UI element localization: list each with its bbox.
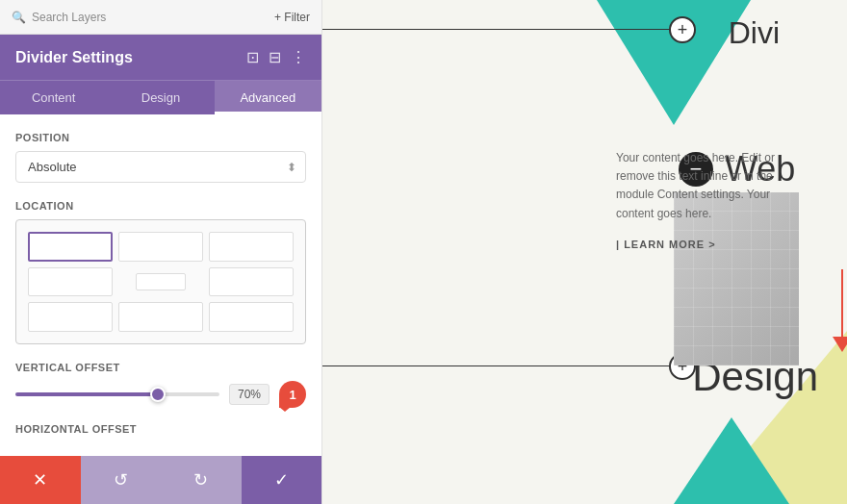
search-layers-area: 🔍 Search Layers — [12, 11, 106, 24]
vertical-offset-section: Vertical Offset 70% 1 — [15, 362, 306, 408]
panel-header-actions: ⊡ ⊟ ⋮ — [246, 48, 306, 66]
divi-canvas: + Divi + Design − Web Your content goes … — [322, 0, 847, 504]
content-text-area: Your content goes here. Edit or remove t… — [616, 149, 808, 252]
cancel-button[interactable]: ✕ — [0, 456, 81, 504]
split-icon[interactable]: ⊟ — [269, 48, 281, 66]
filter-label: + Filter — [274, 11, 310, 24]
location-cell-top-right[interactable] — [209, 232, 294, 262]
location-label: Location — [15, 200, 306, 212]
search-bar: 🔍 Search Layers + Filter — [0, 0, 321, 35]
divi-label: Divi — [729, 15, 780, 51]
redo-icon: ↻ — [193, 469, 208, 491]
location-cell-bot-left[interactable] — [28, 302, 113, 332]
tab-design[interactable]: Design — [107, 81, 214, 114]
location-cell-top-left[interactable] — [28, 232, 113, 262]
tab-content[interactable]: Content — [0, 81, 107, 114]
arrow-shaft — [841, 269, 843, 337]
vertical-offset-label: Vertical Offset — [15, 362, 306, 373]
vertical-offset-thumb[interactable] — [150, 387, 166, 402]
plus-circle-top[interactable]: + — [669, 16, 696, 43]
vertical-offset-slider-container: 70% 1 — [15, 381, 306, 408]
confirm-button[interactable]: ✓ — [242, 456, 322, 504]
tab-advanced[interactable]: Advanced — [215, 81, 321, 114]
vertical-offset-value: 70% — [229, 384, 270, 405]
line-bottom — [322, 365, 693, 366]
tabs-row: Content Design Advanced — [0, 80, 321, 114]
vertical-offset-track[interactable] — [15, 392, 219, 396]
undo-icon: ↺ — [114, 469, 128, 491]
position-label: Position — [15, 132, 306, 143]
panel-body: Position Absolute Relative Fixed Locatio… — [0, 114, 321, 456]
search-icon: 🔍 — [12, 11, 26, 24]
filter-button[interactable]: + Filter — [274, 11, 310, 24]
fullscreen-icon[interactable]: ⊡ — [246, 48, 259, 66]
location-cell-mid-left[interactable] — [28, 267, 113, 297]
location-cell-mid-center[interactable] — [136, 273, 187, 290]
location-cell-mid-right[interactable] — [209, 267, 294, 297]
cancel-icon: ✕ — [33, 469, 47, 491]
undo-button[interactable]: ↺ — [81, 456, 162, 504]
green-triangle-bottom — [674, 417, 789, 504]
location-cell-bot-right[interactable] — [209, 302, 294, 332]
redo-button[interactable]: ↻ — [161, 456, 242, 504]
search-layers-label: Search Layers — [32, 11, 106, 24]
location-cell-top-center[interactable] — [118, 232, 203, 262]
line-top — [322, 29, 693, 30]
content-body-text: Your content goes here. Edit or remove t… — [616, 149, 808, 223]
arrow-down — [833, 269, 847, 352]
tooltip-number: 1 — [289, 388, 295, 402]
tooltip-badge: 1 — [279, 381, 306, 408]
confirm-icon: ✓ — [274, 469, 289, 491]
position-select-wrapper: Absolute Relative Fixed — [15, 151, 306, 183]
settings-panel: 🔍 Search Layers + Filter Divider Setting… — [0, 0, 322, 504]
more-icon[interactable]: ⋮ — [291, 48, 306, 66]
panel-footer: ✕ ↺ ↻ ✓ — [0, 456, 321, 504]
location-grid — [15, 219, 306, 344]
learn-more-link[interactable]: | LEARN MORE > — [616, 239, 716, 250]
panel-header: Divider Settings ⊡ ⊟ ⋮ — [0, 35, 321, 80]
position-select[interactable]: Absolute Relative Fixed — [15, 151, 306, 183]
horizontal-offset-label: Horizontal Offset — [15, 423, 306, 435]
panel-title: Divider Settings — [15, 49, 133, 66]
arrow-head — [833, 337, 847, 352]
location-cell-bot-center[interactable] — [118, 302, 203, 332]
